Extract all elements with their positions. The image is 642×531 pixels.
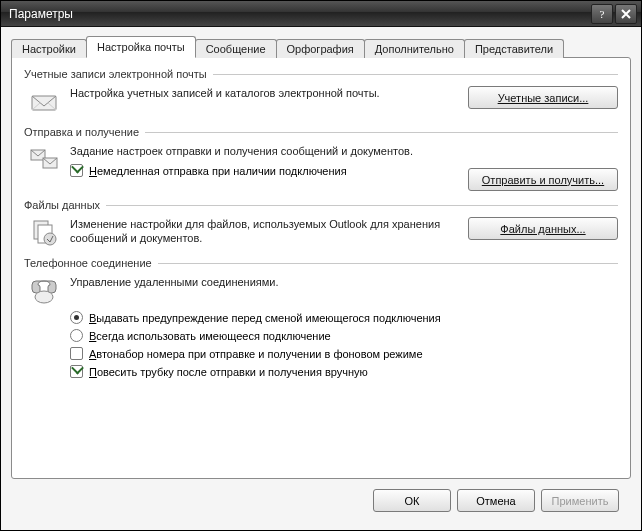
tab-message[interactable]: Сообщение — [195, 39, 277, 58]
title-bar: Параметры ? — [1, 1, 641, 27]
ok-button[interactable]: ОК — [373, 489, 451, 512]
accounts-desc: Настройка учетных записей и каталогов эл… — [70, 86, 458, 100]
send-receive-button[interactable]: Отправить и получить... — [468, 168, 618, 191]
tab-settings[interactable]: Настройки — [11, 39, 87, 58]
window-title: Параметры — [9, 7, 589, 21]
options-dialog: Параметры ? Настройки Настройка почты Со… — [0, 0, 642, 531]
group-dialup: Телефонное соединение Управление удаленн… — [24, 257, 618, 378]
always-use-label[interactable]: Всегда использовать имеющееся подключени… — [89, 330, 331, 342]
always-use-radio[interactable] — [70, 329, 83, 342]
svg-text:?: ? — [600, 8, 605, 20]
group-email-accounts: Учетные записи электронной почты Настрой… — [24, 68, 618, 118]
phone-icon — [28, 275, 60, 307]
svg-rect-1 — [32, 96, 56, 110]
apply-button: Применить — [541, 489, 619, 512]
group-send-receive: Отправка и получение Задание настроек от… — [24, 126, 618, 191]
hangup-checkbox[interactable] — [70, 365, 83, 378]
autodial-label[interactable]: Автонабор номера при отправке и получени… — [89, 348, 423, 360]
envelope-icon — [28, 86, 60, 118]
mail-sync-icon — [28, 144, 60, 176]
autodial-checkbox[interactable] — [70, 347, 83, 360]
svg-point-7 — [35, 291, 53, 303]
datafiles-desc: Изменение настройки для файлов, использу… — [70, 217, 458, 246]
cancel-button[interactable]: Отмена — [457, 489, 535, 512]
warn-before-switch-radio[interactable] — [70, 311, 83, 324]
data-files-icon — [28, 217, 60, 249]
help-icon: ? — [596, 8, 608, 20]
warn-before-switch-label[interactable]: Выдавать предупреждение перед сменой име… — [89, 312, 441, 324]
immediate-send-checkbox[interactable] — [70, 164, 83, 177]
close-button[interactable] — [615, 4, 637, 24]
tab-advanced[interactable]: Дополнительно — [364, 39, 465, 58]
svg-point-6 — [44, 233, 56, 245]
tab-mail-setup[interactable]: Настройка почты — [86, 36, 196, 58]
email-accounts-button[interactable]: Учетные записи... — [468, 86, 618, 109]
help-button[interactable]: ? — [591, 4, 613, 24]
data-files-button[interactable]: Файлы данных... — [468, 217, 618, 240]
dialog-footer: ОК Отмена Применить — [11, 479, 631, 522]
tab-delegates[interactable]: Представители — [464, 39, 564, 58]
group-title: Телефонное соединение — [24, 257, 152, 269]
close-icon — [620, 8, 632, 20]
hangup-label[interactable]: Повесить трубку после отправки и получен… — [89, 366, 368, 378]
immediate-send-label[interactable]: Немедленная отправка при наличии подключ… — [89, 165, 347, 177]
group-title: Учетные записи электронной почты — [24, 68, 207, 80]
tabs: Настройки Настройка почты Сообщение Орфо… — [11, 35, 631, 57]
dial-desc: Управление удаленными соединениями. — [70, 275, 618, 289]
tab-spelling[interactable]: Орфография — [276, 39, 365, 58]
group-title: Файлы данных — [24, 199, 100, 211]
group-title: Отправка и получение — [24, 126, 139, 138]
group-data-files: Файлы данных Изменение настройки для фай… — [24, 199, 618, 249]
tab-panel-mail-setup: Учетные записи электронной почты Настрой… — [11, 57, 631, 479]
sendrecv-desc: Задание настроек отправки и получения со… — [70, 144, 458, 158]
